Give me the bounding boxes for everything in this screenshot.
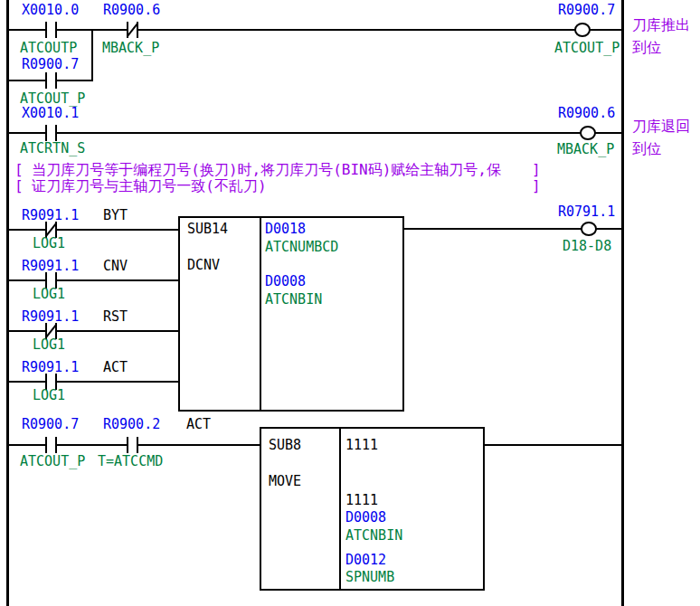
no-contact-icon[interactable] xyxy=(45,72,57,89)
net4-input2-symbol: T=ATCCMD xyxy=(98,454,163,469)
no-contact-icon[interactable] xyxy=(45,125,57,141)
net3-row3-param: RST xyxy=(103,309,128,324)
net3-block-param2-symbol: ATCNBIN xyxy=(265,292,322,307)
coil-icon[interactable] xyxy=(574,23,591,37)
net1-comment-line2: 到位 xyxy=(632,40,661,56)
net1-input2-address: R0900.6 xyxy=(103,3,160,17)
comment-block-line1: [ 当刀库刀号等于编程刀号(换刀)时,将刀库刀号(BIN码)赋给主轴刀号,保 xyxy=(14,162,501,178)
right-power-rail xyxy=(621,0,624,606)
no-contact-icon[interactable] xyxy=(45,437,57,453)
function-block-divider xyxy=(339,429,341,589)
net3-row3-line xyxy=(9,330,180,332)
net4-output-line xyxy=(485,444,621,446)
net3-row1-param: BYT xyxy=(103,208,128,223)
net3-row3-address: R9091.1 xyxy=(22,309,79,324)
net1-coil-symbol: ATCOUT_P xyxy=(554,41,620,55)
net3-row1-address: R9091.1 xyxy=(22,208,79,223)
net4-input1-address: R0900.7 xyxy=(22,417,79,431)
net4-block-param2-symbol: SPNUMB xyxy=(345,570,394,584)
net4-block-sub: SUB8 xyxy=(269,438,301,452)
net2-rung-line xyxy=(9,132,621,134)
net3-row1-symbol: LOG1 xyxy=(33,236,65,251)
net3-block-param1-address: D0018 xyxy=(265,222,306,236)
net3-coil-symbol: D18-D8 xyxy=(563,239,611,253)
coil-icon[interactable] xyxy=(580,126,596,140)
net4-block-value1: 1111 xyxy=(345,438,378,452)
net2-comment-line2: 到位 xyxy=(632,141,661,157)
net1-branch-symbol: ATCOUT_P xyxy=(20,91,85,106)
net4-act-label: ACT xyxy=(186,417,211,431)
net1-comment-line1: 刀库推出 xyxy=(632,17,690,33)
net1-input1-address: X0010.0 xyxy=(22,3,79,17)
net3-block-param1-symbol: ATCNUMBCD xyxy=(265,240,338,254)
net2-input1-address: X0010.1 xyxy=(22,106,79,120)
net3-block-param2-address: D0008 xyxy=(265,274,306,289)
no-contact-icon[interactable] xyxy=(45,22,57,38)
net3-row1-line xyxy=(9,229,180,231)
comment-block-line1-close: ] xyxy=(532,162,541,178)
net4-input2-address: R0900.2 xyxy=(103,417,160,431)
net3-coil-address: R0791.1 xyxy=(558,204,615,219)
net3-row2-symbol: LOG1 xyxy=(33,287,65,301)
net3-row4-symbol: LOG1 xyxy=(33,388,65,402)
net2-input1-symbol: ATCRTN_S xyxy=(20,141,85,156)
net1-rung-line xyxy=(9,29,621,31)
net4-block-value2: 1111 xyxy=(345,493,378,507)
net3-block-sub: SUB14 xyxy=(187,222,228,236)
net3-row2-line xyxy=(9,279,180,281)
net4-input1-symbol: ATCOUT_P xyxy=(20,454,85,469)
net4-block-param2-address: D0012 xyxy=(345,553,386,567)
net1-branch-vline xyxy=(91,29,93,81)
net1-input1-symbol: ATCOUTP xyxy=(20,41,77,55)
nc-contact-icon[interactable] xyxy=(127,22,138,38)
ladder-diagram-canvas: X0010.0 R0900.6 R0900.7 ATCOUTP MBACK_P … xyxy=(0,0,700,606)
net2-coil-symbol: MBACK_P xyxy=(557,142,614,156)
net4-block-name: MOVE xyxy=(269,474,301,488)
coil-icon[interactable] xyxy=(581,222,597,236)
comment-block-line2-close: ] xyxy=(532,178,541,194)
net1-input2-symbol: MBACK_P xyxy=(102,41,159,55)
net1-branch-address: R0900.7 xyxy=(22,57,79,71)
net3-row4-address: R9091.1 xyxy=(22,360,79,374)
net4-block-param1-address: D0008 xyxy=(345,510,386,525)
no-contact-icon[interactable] xyxy=(127,437,138,453)
net1-coil-address: R0900.7 xyxy=(558,3,615,17)
net3-row4-param: ACT xyxy=(103,360,128,374)
left-power-rail xyxy=(6,0,9,606)
function-block-divider xyxy=(260,218,261,410)
comment-block-line2: [ 证刀库刀号与主轴刀号一致(不乱刀) xyxy=(14,178,267,194)
net4-block-param1-symbol: ATCNBIN xyxy=(345,528,402,543)
net3-row3-symbol: LOG1 xyxy=(33,337,65,352)
net3-block-name: DCNV xyxy=(187,258,220,272)
net3-row4-line xyxy=(9,381,180,383)
net2-coil-address: R0900.6 xyxy=(558,106,615,120)
net2-comment-line1: 刀库退回 xyxy=(632,118,690,135)
net3-row2-address: R9091.1 xyxy=(22,259,79,273)
net3-row2-param: CNV xyxy=(103,259,128,273)
